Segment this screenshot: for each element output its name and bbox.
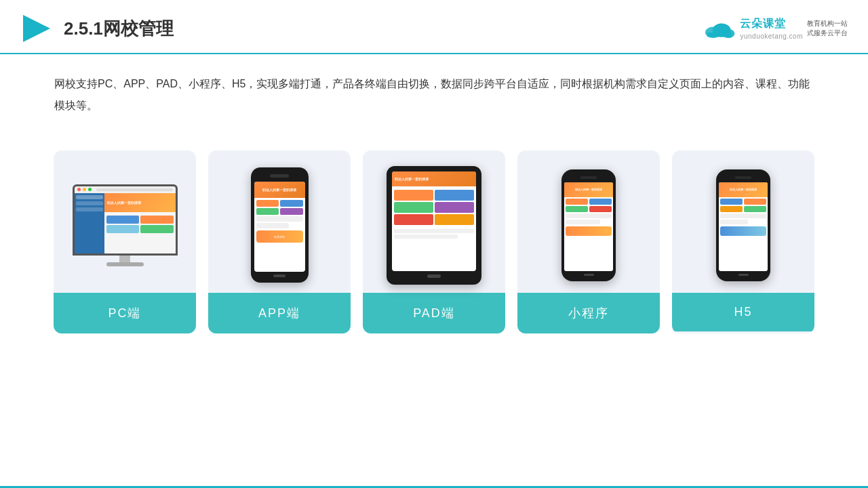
logo-area: 云朵课堂 yunduoketang.com 教育机构一站式服务云平台 bbox=[702, 17, 848, 40]
card-mini-image: 职达人的第一堂职涯课 bbox=[517, 150, 660, 293]
card-h5-image: 职达人的第一堂职涯课 bbox=[672, 150, 814, 293]
card-pc-label: PC端 bbox=[54, 293, 196, 333]
logo-cloud: 云朵课堂 yunduoketang.com 教育机构一站式服务云平台 bbox=[702, 17, 848, 40]
cards-container: 职达人的第一堂职涯课 PC端 bbox=[0, 130, 868, 333]
svg-rect-4 bbox=[708, 33, 732, 37]
cloud-logo-icon bbox=[702, 18, 736, 39]
logo-slogan: 教育机构一站式服务云平台 bbox=[807, 19, 848, 38]
card-pc-image: 职达人的第一堂职涯课 bbox=[54, 150, 196, 293]
svg-marker-0 bbox=[23, 15, 50, 42]
card-app-image: 职达人的第一堂职涯课 推荐 bbox=[208, 150, 351, 293]
description-content: 网校支持PC、APP、PAD、小程序、H5，实现多端打通，产品各终端自由切换，数… bbox=[54, 78, 810, 111]
card-h5-label: H5 bbox=[672, 293, 814, 331]
card-pc: 职达人的第一堂职涯课 PC端 bbox=[54, 150, 196, 333]
card-mini-label: 小程序 bbox=[517, 293, 660, 333]
card-h5: 职达人的第一堂职涯课 bbox=[672, 150, 814, 333]
description-text: 网校支持PC、APP、PAD、小程序、H5，实现多端打通，产品各终端自由切换，数… bbox=[0, 54, 868, 123]
card-pad: 职达人的第一堂职涯课 bbox=[363, 150, 505, 333]
card-pad-label: PAD端 bbox=[363, 293, 505, 333]
card-app-label: APP端 bbox=[208, 293, 351, 333]
page-title: 2.5.1网校管理 bbox=[64, 17, 174, 41]
logo-name: 云朵课堂 bbox=[740, 17, 803, 31]
card-app: 职达人的第一堂职涯课 推荐 bbox=[208, 150, 351, 333]
page-header: 2.5.1网校管理 云朵课堂 yunduoketang.com 教育机构一站式服… bbox=[0, 0, 868, 54]
play-icon bbox=[20, 12, 53, 45]
card-pad-image: 职达人的第一堂职涯课 bbox=[363, 150, 505, 293]
logo-url: yunduoketang.com bbox=[740, 33, 803, 40]
logo-text-group: 云朵课堂 yunduoketang.com bbox=[740, 17, 803, 40]
card-mini: 职达人的第一堂职涯课 bbox=[517, 150, 660, 333]
header-left: 2.5.1网校管理 bbox=[20, 12, 174, 45]
